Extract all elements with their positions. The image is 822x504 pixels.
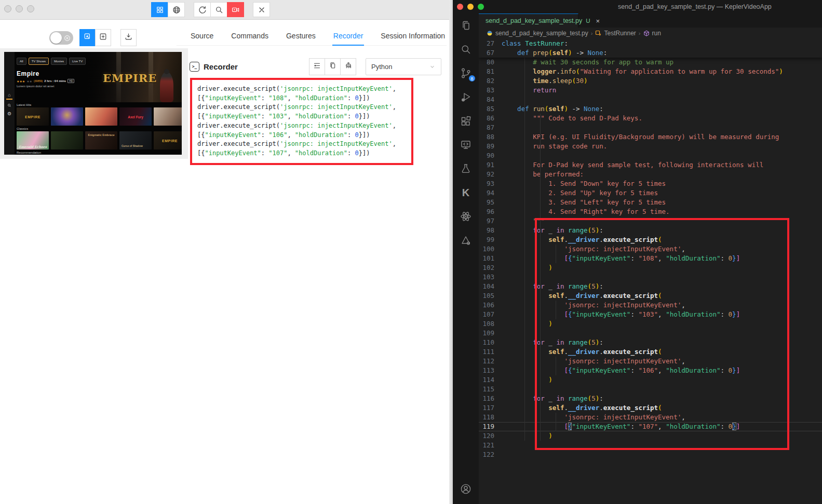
kepler-extension-icon[interactable]: K: [459, 186, 473, 199]
tab-close-icon[interactable]: ×: [596, 17, 600, 25]
close-traffic-light[interactable]: [4, 5, 11, 12]
line-number: 87: [479, 123, 502, 132]
code-token: self: [548, 348, 564, 356]
code-token: }]): [359, 113, 370, 120]
close-session-button[interactable]: [253, 2, 270, 17]
code-token: }: [732, 310, 736, 318]
code-token: 'jsonrpc: injectInputKeyEvent': [564, 245, 681, 253]
extensions-icon[interactable]: [459, 114, 473, 128]
atom-extension-icon[interactable]: [459, 210, 473, 223]
chip-movies[interactable]: Movies: [51, 58, 67, 65]
code-token: :: [630, 310, 638, 318]
search-icon[interactable]: [459, 43, 473, 56]
code-token: ,: [393, 122, 396, 129]
code-token: self: [548, 236, 564, 243]
tab-recorder[interactable]: Recorder: [332, 26, 365, 45]
search-button[interactable]: [210, 2, 227, 17]
select-elements-button[interactable]: [79, 29, 96, 46]
code-line: 119 [{"inputKeyEvent": "107", "holdDurat…: [479, 422, 822, 431]
code-token: [502, 301, 564, 309]
row-label: Recommendation: [17, 151, 180, 154]
tools-extension-icon[interactable]: [459, 234, 473, 247]
code-token: }: [732, 423, 736, 430]
tab-gestures[interactable]: Gestures: [285, 26, 317, 45]
remote-explorer-icon[interactable]: [459, 138, 473, 152]
line-number: 119: [479, 422, 502, 431]
chevron-right-icon: ›: [591, 30, 593, 36]
breadcrumb-class[interactable]: TestRunner: [604, 30, 636, 37]
code-token: 5: [591, 282, 596, 290]
line-number: 111: [479, 347, 502, 357]
breadcrumb-method[interactable]: run: [652, 30, 661, 37]
code-token: 0: [729, 254, 733, 262]
code-token: [502, 338, 533, 346]
code-token: execute_script: [603, 404, 658, 412]
code-token: [502, 348, 548, 356]
code-token: "inputKeyEvent": [205, 113, 261, 120]
code-token: __driver: [568, 404, 599, 412]
code-editor[interactable]: 27class TestRunner:67 def prep(self) -> …: [479, 39, 822, 504]
copy-code-button[interactable]: [325, 58, 341, 75]
code-token: .: [599, 404, 603, 412]
rating-count: (39859): [34, 79, 43, 83]
code-line: 93 1. Send "Down" key for 5 times: [479, 179, 822, 188]
source-control-icon[interactable]: 8: [459, 66, 473, 80]
code-token: 'jsonrpc: injectInputKeyEvent': [564, 357, 681, 365]
tab-send-d-pad-key-sample-test[interactable]: send_d_pad_key_sample_test.py U ×: [479, 13, 578, 28]
code-token: ,: [658, 254, 666, 262]
show-boilerplate-button[interactable]: [309, 58, 325, 75]
zoom-traffic-light[interactable]: [27, 5, 34, 12]
chip-all[interactable]: All: [17, 58, 26, 65]
record-button[interactable]: [227, 2, 244, 17]
screenshot-interaction-toggle[interactable]: [49, 31, 73, 45]
code-token: TestRunner: [525, 39, 564, 47]
code-token: 'jsonrpc: injectInputKeyEvent': [280, 140, 393, 147]
code-token: range: [568, 226, 588, 234]
native-app-mode-button[interactable]: [151, 2, 168, 17]
clear-recording-button[interactable]: [340, 58, 356, 75]
account-icon[interactable]: [459, 482, 473, 496]
zoom-traffic-light[interactable]: [478, 4, 484, 10]
code-token: .: [564, 236, 568, 243]
breadcrumb-file[interactable]: send_d_pad_key_sample_test.py: [495, 30, 588, 37]
minimize-traffic-light[interactable]: [16, 5, 23, 12]
caped-figure: [160, 72, 173, 102]
language-select[interactable]: Python: [366, 58, 441, 75]
code-token: 'jsonrpc: injectInputKeyEvent': [564, 301, 681, 309]
tab-session-information[interactable]: Session Information: [380, 26, 446, 45]
poster-tile: Axel Fury: [119, 107, 152, 126]
code-token: (: [658, 404, 662, 412]
vscode-window: send_d_pad_key_sample_test.py — KeplerVi…: [453, 0, 822, 504]
code-token: [502, 376, 548, 384]
chip-live-tv[interactable]: Live TV: [69, 58, 86, 65]
testing-beaker-icon[interactable]: [459, 162, 473, 175]
web-hybrid-mode-button[interactable]: [168, 2, 185, 17]
code-token: ): [568, 49, 572, 57]
window-edge: [449, 0, 453, 504]
close-traffic-light[interactable]: [457, 4, 463, 10]
tab-commands[interactable]: Commands: [230, 26, 269, 45]
run-debug-icon[interactable]: [459, 90, 473, 104]
code-token: "holdDuration": [295, 94, 347, 102]
poster-tile: [51, 131, 83, 149]
recorder-actions: [309, 58, 356, 75]
minimize-traffic-light[interactable]: [467, 4, 474, 10]
activity-bar: 8 K: [453, 13, 479, 504]
recorder-panel-header: >_ Recorder: [190, 56, 441, 77]
explorer-icon[interactable]: [459, 19, 473, 32]
download-screenshot-button[interactable]: [120, 29, 137, 46]
recorded-code-block[interactable]: driver.execute_script('jsonrpc: injectIn…: [190, 78, 413, 165]
code-token: :: [347, 113, 355, 120]
refresh-button[interactable]: [194, 2, 211, 17]
tab-source[interactable]: Source: [190, 26, 214, 45]
chip-tv-shows[interactable]: TV Shows: [29, 58, 49, 65]
device-screenshot-preview[interactable]: ⌂ ⚙ EMPIRE AllTV ShowsMoviesLive TV Empi…: [4, 52, 182, 155]
code-token: ,: [681, 357, 685, 365]
code-token: .: [556, 67, 560, 75]
breadcrumb: send_d_pad_key_sample_test.py › TestRunn…: [479, 28, 822, 39]
home-active-underline: [6, 99, 12, 100]
code-token: [502, 226, 533, 234]
code-line: 85 def run(self) -> None:: [479, 104, 822, 114]
code-token: [502, 105, 517, 113]
tap-by-coordinates-button[interactable]: [95, 29, 111, 46]
